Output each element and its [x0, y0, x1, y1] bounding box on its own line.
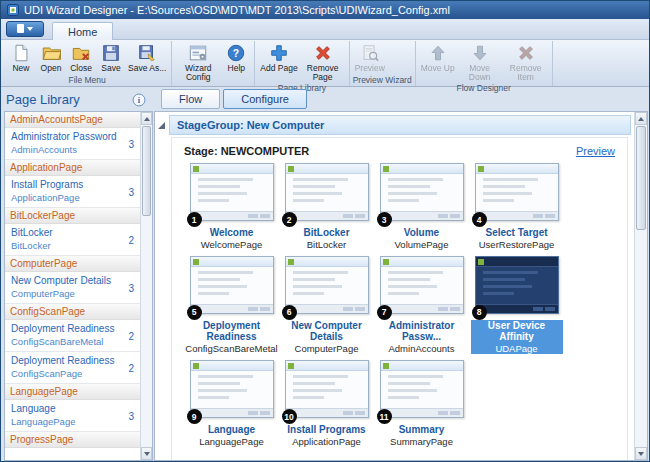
thumb-line	[198, 178, 254, 181]
thumb-header	[476, 164, 558, 174]
wizard-page-item[interactable]: 9LanguageLanguagePage	[184, 360, 279, 449]
page-number-badge: 7	[377, 305, 392, 320]
thumb-line	[198, 199, 229, 202]
collapse-arrow-icon[interactable]	[158, 122, 165, 129]
thumb-logo	[383, 259, 389, 265]
wizard-page-type: VolumePage	[393, 239, 451, 250]
page-library-group-header[interactable]: ConfigScanPage	[5, 304, 140, 320]
scrollbar-thumb[interactable]	[142, 126, 151, 216]
thumb-logo	[288, 259, 294, 265]
ribbon-button-label: Save	[101, 64, 120, 73]
close-button[interactable]: Close	[66, 42, 96, 74]
thumb-logo	[288, 166, 294, 172]
wizard-page-type: LanguagePage	[197, 436, 265, 447]
wizard-page-name: Administrator Passw...	[374, 320, 469, 343]
thumbnail-wrap: 1	[190, 163, 274, 221]
page-library-title: Page Library	[6, 92, 80, 107]
thumbnail-wrap: 4	[475, 163, 559, 221]
stage-preview-link[interactable]: Preview	[576, 145, 615, 157]
help-button[interactable]: ?Help	[221, 42, 251, 74]
tab-configure[interactable]: Configure	[223, 89, 307, 109]
wizard-page-type: UserRestorePage	[477, 239, 557, 250]
thumbnail-wrap: 7	[380, 256, 464, 314]
thumb-logo	[478, 259, 484, 265]
page-library-item[interactable]: BitLockerBitLocker2	[5, 224, 140, 256]
thumb-button	[260, 307, 270, 311]
thumb-line	[388, 271, 444, 274]
page-item-type: ApplicationPage	[11, 192, 120, 203]
scrollbar-thumb[interactable]	[636, 126, 646, 230]
page-library-group-header[interactable]: BitLockerPage	[5, 208, 140, 224]
scroll-down-button[interactable]	[635, 447, 647, 460]
thumbnail-wrap: 9	[190, 360, 274, 418]
thumb-button	[450, 214, 460, 218]
page-library-item[interactable]: New Computer DetailsComputerPage3	[5, 272, 140, 304]
scroll-up-button[interactable]	[635, 112, 647, 125]
thumb-line	[293, 271, 349, 274]
main-scrollbar[interactable]	[634, 112, 647, 460]
save-as-button[interactable]: Save As...	[126, 42, 168, 74]
page-library-item[interactable]: Deployment ReadinessConfigScanBareMetal2	[5, 320, 140, 352]
tab-flow[interactable]: Flow	[161, 89, 220, 109]
wizard-page-item[interactable]: 8User Device AffinityUDAPage	[469, 256, 564, 356]
wizard-page-item[interactable]: 4Select TargetUserRestorePage	[469, 163, 564, 252]
thumb-button	[438, 411, 448, 415]
wizard-page-thumbnail	[190, 360, 274, 418]
scroll-up-button[interactable]	[141, 112, 152, 125]
thumb-line	[483, 178, 539, 181]
stage-group-header[interactable]: StageGroup: New Computer	[169, 115, 631, 135]
ribbon-button-label: Remove Item	[505, 64, 547, 82]
thumb-line	[198, 382, 241, 385]
page-library-group-header[interactable]: ComputerPage	[5, 256, 140, 272]
page-item-name: Deployment Readiness	[11, 355, 120, 366]
add-page-button[interactable]: Add Page	[258, 42, 299, 74]
wizard-page-item[interactable]: 2BitLockerBitLocker	[279, 163, 374, 252]
page-library-group-header[interactable]: ProgressPage	[5, 432, 140, 448]
wizard-page-item[interactable]: 6New Computer DetailsComputerPage	[279, 256, 374, 356]
wizard-page-item[interactable]: 7Administrator Passw...AdminAccounts	[374, 256, 469, 356]
page-number-badge: 8	[472, 305, 487, 320]
save-button[interactable]: Save	[96, 42, 126, 74]
page-item-type: LanguagePage	[11, 416, 120, 427]
remove-page-button[interactable]: Remove Page	[300, 42, 346, 83]
page-item-name: BitLocker	[11, 227, 120, 238]
scroll-down-button[interactable]	[141, 447, 152, 460]
page-library-group-header[interactable]: ApplicationPage	[5, 160, 140, 176]
page-library-group-header[interactable]: LanguagePage	[5, 384, 140, 400]
page-number-badge: 2	[282, 212, 297, 227]
wizard-page-item[interactable]: 5Deployment ReadinessConfigScanBareMetal	[184, 256, 279, 356]
wizard-page-item[interactable]: 3VolumeVolumePage	[374, 163, 469, 252]
page-item-count: 2	[128, 330, 134, 341]
page-library-item[interactable]: Install ProgramsApplicationPage3	[5, 176, 140, 208]
new-button[interactable]: New	[6, 42, 36, 74]
thumb-button	[533, 214, 543, 218]
wizard-page-item[interactable]: 10Install ProgramsApplicationPage	[279, 360, 374, 449]
ribbon-button-label: Remove Page	[302, 64, 344, 82]
wizard-page-type: ConfigScanBareMetal	[183, 343, 279, 354]
thumb-logo	[193, 363, 199, 369]
wizard-page-item[interactable]: 11SummarySummaryPage	[374, 360, 469, 449]
ribbon-group-buttons: Move UpMove DownRemove Item	[419, 42, 549, 83]
application-menu-button[interactable]	[6, 21, 44, 37]
thumb-button	[355, 411, 365, 415]
info-icon[interactable]: i	[132, 93, 146, 107]
thumb-button	[248, 214, 258, 218]
thumb-header	[286, 361, 368, 371]
page-library-item[interactable]: LanguageLanguagePage3	[5, 400, 140, 432]
thumb-button	[248, 307, 258, 311]
page-library-item[interactable]: Deployment ReadinessConfigScanPage2	[5, 352, 140, 384]
wizard-page-item[interactable]: 1WelcomeWelcomePage	[184, 163, 279, 252]
page-library-group-header[interactable]: AdminAccountsPage	[5, 112, 140, 128]
wizard-config-button[interactable]: Wizard Config	[175, 42, 221, 83]
page-item-type: AdminAccounts	[11, 144, 120, 155]
configure-panel: StageGroup: New Computer Stage: NEWCOMPU…	[154, 111, 648, 461]
wizard-page-type: ApplicationPage	[290, 436, 363, 447]
tab-home[interactable]: Home	[52, 22, 113, 40]
ribbon-group: PreviewPreview Wizard	[350, 41, 416, 86]
open-button[interactable]: Open	[36, 42, 66, 74]
page-library-item[interactable]: Administrator PasswordAdminAccounts3	[5, 128, 140, 160]
wizard-page-thumbnail	[380, 360, 464, 418]
wizard-page-thumbnail	[285, 256, 369, 314]
sidebar-scrollbar[interactable]	[140, 112, 152, 460]
thumb-button	[355, 214, 365, 218]
